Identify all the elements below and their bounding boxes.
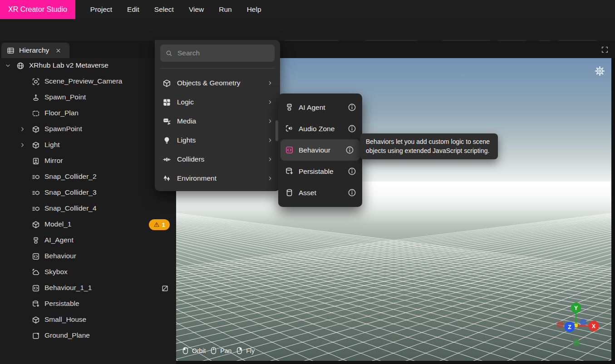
tree-item-label: Ground_Plane (44, 331, 90, 339)
ground-plane-icon (32, 332, 40, 340)
tree-item[interactable]: Snap_Collider_3 (0, 185, 176, 201)
hint-fly-label: Fly (246, 347, 255, 354)
media-icon (162, 117, 171, 126)
hint-pan-label: Pan (220, 347, 231, 354)
tree-item-label: AI_Agent (44, 236, 74, 244)
tree-item[interactable]: Snap_Collider_4 (0, 201, 176, 217)
category-label: Logic (177, 98, 261, 106)
category-lights[interactable]: Lights (155, 131, 280, 150)
hint-orbit: Orbit (182, 345, 206, 356)
visibility-off-icon[interactable] (161, 285, 169, 292)
tree-item-label: Model_1 (44, 220, 71, 228)
submenu-item-audio-zone[interactable]: Audio Zone (278, 118, 362, 139)
viewport-settings-gear-icon[interactable] (595, 66, 605, 76)
info-icon[interactable] (348, 124, 356, 133)
chevron-right-icon[interactable] (19, 142, 26, 148)
menu-run[interactable]: Run (219, 5, 231, 14)
tree-item[interactable]: Scene_Preview_Camera (0, 74, 176, 90)
tree-item[interactable]: Behaviour (0, 249, 176, 265)
ai-agent-icon (285, 103, 294, 112)
navigation-hints: Orbit Pan Fly (182, 345, 255, 356)
axis-neg-y-handle (573, 339, 580, 346)
tree-item-label: Snap_Collider_4 (44, 204, 97, 212)
tree-item-behaviour-1-1[interactable]: Behaviour_1_1 (0, 280, 176, 296)
tab-hierarchy[interactable]: Hierarchy (1, 43, 69, 58)
tree-item-label: Skybox (44, 268, 68, 276)
submenu-item-persistable[interactable]: Persistable (278, 161, 362, 182)
tree-item[interactable]: Light (0, 138, 176, 153)
tree-item[interactable]: Small_House (0, 312, 176, 328)
tree-item[interactable]: Ground_Plane (0, 328, 176, 344)
category-colliders[interactable]: Colliders (155, 150, 280, 169)
menu-view[interactable]: View (189, 5, 204, 14)
category-media[interactable]: Media (155, 112, 280, 131)
close-icon[interactable] (55, 48, 61, 54)
submenu-item-label: AI Agent (299, 103, 343, 112)
hint-orbit-label: Orbit (192, 347, 206, 354)
tree-item-label: Floor_Plan (44, 109, 79, 117)
tree-item[interactable]: Snap_Collider_2 (0, 169, 176, 185)
menu-help[interactable]: Help (247, 5, 261, 14)
info-icon[interactable] (345, 146, 354, 154)
tree-item-scene-root[interactable]: XRhub Lab v2 Metaverse (0, 58, 176, 74)
submenu-item-asset[interactable]: Asset (278, 182, 362, 203)
tree-item[interactable]: Mirror (0, 153, 176, 169)
behaviour-code-icon (32, 284, 40, 292)
tree-item-label: Snap_Collider_3 (44, 188, 97, 197)
submenu-item-label: Audio Zone (299, 125, 343, 133)
menu-project[interactable]: Project (90, 5, 112, 14)
trees-icon (162, 174, 171, 183)
menu-divider (160, 68, 275, 69)
behaviour-code-icon (32, 252, 40, 261)
submenu-item-label: Behaviour (299, 146, 340, 154)
info-icon[interactable] (348, 167, 356, 176)
tree-item[interactable]: SpawnPoint (0, 122, 176, 138)
tree-item[interactable]: AI_Agent (0, 233, 176, 249)
submenu-item-behaviour[interactable]: Behaviour (280, 139, 360, 161)
tree-item[interactable]: Skybox (0, 265, 176, 280)
category-logic[interactable]: Logic (155, 93, 280, 112)
axis-gizmo[interactable]: Y X Z (552, 297, 602, 351)
audio-zone-icon (285, 124, 294, 133)
tree-item-label: SpawnPoint (44, 125, 82, 133)
category-label: Lights (177, 136, 261, 144)
warning-count: 1 (162, 221, 165, 228)
tree-item[interactable]: Floor_Plan (0, 106, 176, 122)
tree-item-label: Behaviour_1_1 (44, 284, 92, 292)
snap-collider-icon (32, 189, 40, 197)
chevron-right-icon[interactable] (19, 126, 26, 133)
axis-x-label: X (592, 323, 595, 330)
search-input[interactable] (177, 49, 269, 58)
tree-item-label: XRhub Lab v2 Metaverse (29, 61, 108, 69)
category-objects-geometry[interactable]: Objects & Geometry (155, 74, 280, 93)
model-cube-icon (32, 221, 40, 229)
tree-item-label: Light (44, 141, 60, 149)
chevron-right-icon (267, 175, 273, 182)
warning-badge[interactable]: 1 (149, 219, 170, 230)
tree-item-model-1[interactable]: Model_1 1 (0, 217, 176, 233)
submenu-item-label: Asset (299, 189, 343, 197)
skybox-icon (32, 268, 40, 276)
camera-icon (32, 78, 40, 86)
chevron-down-icon[interactable] (5, 62, 11, 69)
fullscreen-icon[interactable] (601, 46, 609, 54)
chevron-right-icon (267, 156, 273, 162)
info-icon[interactable] (348, 103, 356, 112)
category-label: Environment (177, 174, 261, 182)
toolbar: World Selection 0.5m 5° 0 m (0, 19, 615, 41)
search-box[interactable] (160, 44, 275, 62)
tree-item-label: Spawn_Point (44, 93, 86, 101)
tree-item[interactable]: Persistable (0, 296, 176, 312)
menu-bar: XR Creator Studio Project Edit Select Vi… (0, 0, 615, 19)
tab-hierarchy-label: Hierarchy (19, 46, 49, 54)
logic-submenu: AI Agent Audio Zone Behaviour Persistabl… (278, 93, 362, 207)
menu-edit[interactable]: Edit (127, 5, 139, 14)
axis-neg-z-handle (580, 319, 587, 326)
tree-item[interactable]: Spawn_Point (0, 90, 176, 106)
hierarchy-panel: XRhub Lab v2 Metaverse Scene_Preview_Cam… (0, 58, 176, 364)
category-environment[interactable]: Environment (155, 169, 280, 188)
info-icon[interactable] (348, 188, 356, 197)
app-brand[interactable]: XR Creator Studio (0, 0, 75, 19)
menu-select[interactable]: Select (154, 5, 174, 14)
submenu-item-ai-agent[interactable]: AI Agent (278, 97, 362, 118)
